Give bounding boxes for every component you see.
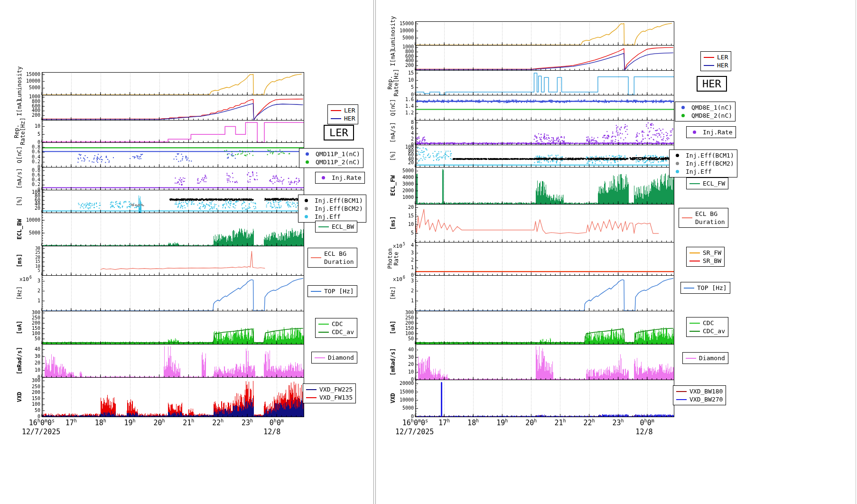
diamond-legend-right-item: Diamond [686, 354, 725, 362]
ler-her-legend-right: LERHER [700, 51, 731, 71]
qmd8e-legend-item: QMD8E_2(nC) [678, 112, 732, 120]
top-legend-right-item: TOP [Hz] [684, 284, 727, 292]
top-legend-item: TOP [Hz] [311, 287, 354, 295]
cdc-legend-right: CDCCDC_av [686, 317, 728, 337]
legend-label: QMD8E_2(nC) [691, 112, 732, 120]
vxd-legend-item: VXD_FW135 [306, 393, 353, 401]
inj-eff-legend-item: Inj.Eff(BCM1) [301, 196, 363, 205]
ler-her-legend-right-item: LER [704, 53, 728, 61]
panel-divider-line-2 [375, 0, 376, 504]
inj-eff-legend-item: Inj.Eff(BCM2) [301, 205, 363, 213]
dot-marker-icon [693, 131, 696, 134]
legend-label: Inj.Rate [332, 174, 362, 182]
legend-label: Diamond [328, 354, 354, 362]
inj-rate-legend-right-item: Inj.Rate [689, 128, 733, 136]
inj-rate-legend: Inj.Rate [315, 172, 365, 184]
qmd11p-legend-item: QMD11P_2(nC) [302, 158, 360, 166]
ecl-bg-legend: ECL BG Duration [307, 248, 357, 268]
legend-label: VXD_FW225 [319, 385, 353, 393]
inj-eff-legend: Inj.Eff(BCM1)Inj.Eff(BCM2)Inj.Eff [298, 195, 366, 223]
qmd8e-legend: QMD8E_1(nC)QMD8E_2(nC) [675, 102, 736, 121]
cdc-legend-item: CDC_av [318, 328, 354, 336]
line-marker-icon [318, 324, 329, 325]
line-marker-icon [311, 257, 321, 258]
ecl-bg-legend-right: ECL BG Duration [679, 208, 728, 228]
ler-her-legend-item: HER [331, 114, 355, 122]
line-marker-icon [311, 291, 321, 292]
line-marker-icon [689, 183, 700, 184]
line-marker-icon [704, 57, 714, 58]
legend-label: Inj.Eff [315, 213, 341, 221]
legend-label: CDC [703, 319, 714, 327]
her-big-legend-label: HER [702, 78, 721, 90]
ler-her-legend: LERHER [327, 104, 358, 124]
line-marker-icon [306, 397, 317, 398]
sr-legend-item: SR_FW [689, 249, 721, 257]
legend-label: ECL_FW [703, 179, 725, 187]
inj-eff-legend-item: Inj.Eff [301, 213, 363, 221]
line-marker-icon [686, 358, 696, 359]
line-marker-icon [318, 226, 329, 227]
legend-label: Inj.Eff(BCM2) [315, 205, 363, 213]
right-edge-line [856, 0, 856, 504]
ler-big-legend: LER [324, 125, 354, 140]
legend-label: LER [717, 53, 728, 61]
legend-label: ECL_BW [332, 223, 354, 231]
vxd-legend-item: VXD_FW225 [306, 385, 353, 393]
qmd11p-legend-item: QMD11P_1(nC) [302, 150, 360, 158]
line-marker-icon [682, 217, 692, 218]
line-marker-icon [689, 261, 700, 261]
diamond-legend-item: Diamond [315, 354, 354, 362]
legend-label: Diamond [699, 354, 725, 362]
sr-legend: SR_FWSR_BW [686, 247, 725, 267]
legend-label: SR_FW [703, 249, 721, 257]
ler-her-legend-item: LER [331, 106, 355, 114]
legend-label: VXD_FW135 [319, 393, 353, 401]
legend-label: Inj.Eff(BCM2) [686, 159, 734, 168]
qmd8e-legend-item: QMD8E_1(nC) [678, 103, 732, 112]
line-marker-icon [306, 389, 317, 390]
legend-label: HER [717, 61, 728, 69]
ecl-bw-legend: ECL_BW [315, 221, 357, 233]
vxd-legend-right-item: VXD_BW270 [676, 395, 723, 403]
top-legend-right: TOP [Hz] [680, 282, 730, 294]
legend-label: CDC [332, 320, 343, 328]
line-marker-icon [689, 252, 700, 253]
ecl-bg-legend-right-item: ECL BG Duration [682, 210, 725, 226]
inj-rate-legend-right: Inj.Rate [686, 126, 736, 138]
cdc-legend-right-item: CDC_av [689, 327, 725, 335]
vxd-legend-right-item: VXD_BW180 [676, 387, 723, 395]
legend-label: LER [344, 106, 355, 114]
line-marker-icon [684, 288, 694, 289]
ecl-bg-legend-item: ECL BG Duration [311, 250, 354, 266]
line-marker-icon [318, 332, 329, 333]
sr-legend-item: SR_BW [689, 257, 721, 265]
beam-background-charts-canvas [0, 0, 857, 504]
vxd-legend: VXD_FW225VXD_FW135 [303, 383, 356, 403]
dot-marker-icon [305, 215, 308, 218]
panel-divider-line [373, 0, 374, 504]
legend-label: HER [344, 114, 355, 122]
dot-marker-icon [322, 176, 325, 179]
inj-rate-legend-item: Inj.Rate [318, 174, 362, 182]
legend-label: QMD11P_2(nC) [316, 158, 360, 166]
dot-marker-icon [306, 160, 309, 164]
legend-label: TOP [Hz] [697, 284, 727, 292]
legend-label: SR_BW [703, 257, 721, 265]
legend-label: QMD11P_1(nC) [316, 150, 360, 158]
line-marker-icon [676, 391, 687, 392]
legend-label: Inj.Eff(BCM1) [686, 151, 734, 159]
dot-marker-icon [305, 207, 308, 210]
inj-eff-legend-right-item: Inj.Eff(BCM2) [672, 159, 734, 168]
beam-background-dashboard: { "meta":{"width":1806,"height":1062,"bg… [0, 0, 857, 504]
legend-label: CDC_av [332, 328, 354, 336]
line-marker-icon [676, 399, 687, 400]
legend-label: Inj.Eff [686, 168, 712, 176]
legend-label: Inj.Rate [703, 128, 733, 136]
line-marker-icon [689, 323, 700, 324]
ecl-fw-legend: ECL_FW [686, 177, 728, 189]
ecl-fw-legend-item: ECL_FW [689, 179, 725, 187]
dot-marker-icon [306, 152, 309, 156]
qmd11p-legend: QMD11P_1(nC)QMD11P_2(nC) [299, 148, 363, 168]
legend-label: Inj.Eff(BCM1) [315, 196, 363, 205]
